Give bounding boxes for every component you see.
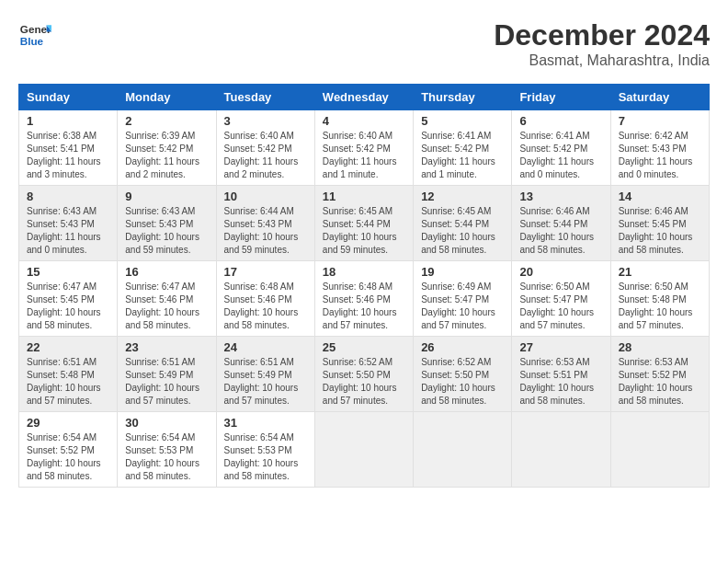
logo-icon: General Blue [18, 18, 51, 52]
day-number: 7 [619, 114, 701, 128]
day-info: Sunrise: 6:38 AM Sunset: 5:41 PM Dayligh… [27, 130, 109, 181]
table-row: 2 Sunrise: 6:39 AM Sunset: 5:42 PM Dayli… [118, 110, 216, 186]
day-info: Sunrise: 6:42 AM Sunset: 5:43 PM Dayligh… [619, 130, 701, 181]
logo: General Blue [18, 18, 51, 52]
table-row [414, 412, 512, 488]
day-info: Sunrise: 6:44 AM Sunset: 5:43 PM Dayligh… [224, 205, 307, 257]
table-row: 31 Sunrise: 6:54 AM Sunset: 5:53 PM Dayl… [216, 412, 314, 488]
day-info: Sunrise: 6:53 AM Sunset: 5:52 PM Dayligh… [619, 356, 701, 408]
day-number: 3 [224, 114, 307, 128]
day-number: 30 [125, 416, 208, 430]
day-number: 10 [224, 190, 307, 203]
day-number: 24 [224, 340, 307, 354]
day-number: 20 [519, 265, 602, 279]
day-info: Sunrise: 6:48 AM Sunset: 5:46 PM Dayligh… [323, 281, 405, 332]
day-number: 26 [421, 340, 504, 354]
header-sunday: Sunday [19, 85, 118, 110]
table-row: 26 Sunrise: 6:52 AM Sunset: 5:50 PM Dayl… [414, 337, 512, 412]
day-number: 25 [323, 340, 405, 354]
day-info: Sunrise: 6:40 AM Sunset: 5:42 PM Dayligh… [323, 130, 405, 181]
table-row: 18 Sunrise: 6:48 AM Sunset: 5:46 PM Dayl… [314, 261, 413, 337]
table-row: 29 Sunrise: 6:54 AM Sunset: 5:52 PM Dayl… [19, 412, 118, 488]
day-info: Sunrise: 6:40 AM Sunset: 5:42 PM Dayligh… [224, 130, 307, 181]
calendar-week-row: 29 Sunrise: 6:54 AM Sunset: 5:52 PM Dayl… [19, 412, 710, 488]
day-info: Sunrise: 6:51 AM Sunset: 5:49 PM Dayligh… [125, 356, 208, 408]
day-info: Sunrise: 6:48 AM Sunset: 5:46 PM Dayligh… [224, 281, 307, 332]
table-row: 27 Sunrise: 6:53 AM Sunset: 5:51 PM Dayl… [512, 337, 610, 412]
table-row: 6 Sunrise: 6:41 AM Sunset: 5:42 PM Dayli… [512, 110, 610, 186]
table-row: 9 Sunrise: 6:43 AM Sunset: 5:43 PM Dayli… [118, 186, 216, 261]
table-row: 17 Sunrise: 6:48 AM Sunset: 5:46 PM Dayl… [216, 261, 314, 337]
day-number: 19 [421, 265, 504, 279]
day-info: Sunrise: 6:43 AM Sunset: 5:43 PM Dayligh… [27, 205, 109, 257]
day-number: 15 [27, 265, 109, 279]
table-row: 19 Sunrise: 6:49 AM Sunset: 5:47 PM Dayl… [414, 261, 512, 337]
table-row: 25 Sunrise: 6:52 AM Sunset: 5:50 PM Dayl… [314, 337, 413, 412]
day-number: 5 [421, 114, 504, 128]
header-wednesday: Wednesday [314, 85, 413, 110]
day-number: 16 [125, 265, 208, 279]
table-row: 22 Sunrise: 6:51 AM Sunset: 5:48 PM Dayl… [19, 337, 118, 412]
day-info: Sunrise: 6:53 AM Sunset: 5:51 PM Dayligh… [519, 356, 602, 408]
day-info: Sunrise: 6:46 AM Sunset: 5:45 PM Dayligh… [619, 205, 701, 257]
day-info: Sunrise: 6:41 AM Sunset: 5:42 PM Dayligh… [519, 130, 602, 181]
table-row: 28 Sunrise: 6:53 AM Sunset: 5:52 PM Dayl… [610, 337, 709, 412]
day-number: 23 [125, 340, 208, 354]
table-row: 11 Sunrise: 6:45 AM Sunset: 5:44 PM Dayl… [314, 186, 413, 261]
title-block: December 2024 Basmat, Maharashtra, India [494, 18, 710, 69]
table-row: 7 Sunrise: 6:42 AM Sunset: 5:43 PM Dayli… [610, 110, 709, 186]
day-number: 1 [27, 114, 109, 128]
day-info: Sunrise: 6:45 AM Sunset: 5:44 PM Dayligh… [323, 205, 405, 257]
day-info: Sunrise: 6:52 AM Sunset: 5:50 PM Dayligh… [323, 356, 405, 408]
day-number: 9 [125, 190, 208, 203]
header-saturday: Saturday [610, 85, 709, 110]
day-info: Sunrise: 6:54 AM Sunset: 5:53 PM Dayligh… [224, 431, 307, 483]
day-number: 29 [27, 416, 109, 430]
table-row: 12 Sunrise: 6:45 AM Sunset: 5:44 PM Dayl… [414, 186, 512, 261]
svg-text:Blue: Blue [20, 35, 44, 47]
calendar-week-row: 1 Sunrise: 6:38 AM Sunset: 5:41 PM Dayli… [19, 110, 710, 186]
day-number: 6 [519, 114, 602, 128]
day-number: 27 [519, 340, 602, 354]
header-tuesday: Tuesday [216, 85, 314, 110]
day-info: Sunrise: 6:50 AM Sunset: 5:47 PM Dayligh… [519, 281, 602, 332]
table-row: 8 Sunrise: 6:43 AM Sunset: 5:43 PM Dayli… [19, 186, 118, 261]
day-info: Sunrise: 6:39 AM Sunset: 5:42 PM Dayligh… [125, 130, 208, 181]
table-row: 13 Sunrise: 6:46 AM Sunset: 5:44 PM Dayl… [512, 186, 610, 261]
table-row: 20 Sunrise: 6:50 AM Sunset: 5:47 PM Dayl… [512, 261, 610, 337]
table-row: 14 Sunrise: 6:46 AM Sunset: 5:45 PM Dayl… [610, 186, 709, 261]
calendar-week-row: 22 Sunrise: 6:51 AM Sunset: 5:48 PM Dayl… [19, 337, 710, 412]
day-number: 4 [323, 114, 405, 128]
page-title: December 2024 [494, 18, 710, 52]
day-number: 12 [421, 190, 504, 203]
day-info: Sunrise: 6:51 AM Sunset: 5:48 PM Dayligh… [27, 356, 109, 408]
table-row: 15 Sunrise: 6:47 AM Sunset: 5:45 PM Dayl… [19, 261, 118, 337]
day-number: 13 [519, 190, 602, 203]
table-row [314, 412, 413, 488]
table-row: 23 Sunrise: 6:51 AM Sunset: 5:49 PM Dayl… [118, 337, 216, 412]
day-info: Sunrise: 6:54 AM Sunset: 5:52 PM Dayligh… [27, 431, 109, 483]
day-number: 22 [27, 340, 109, 354]
day-number: 18 [323, 265, 405, 279]
day-info: Sunrise: 6:54 AM Sunset: 5:53 PM Dayligh… [125, 431, 208, 483]
table-row: 1 Sunrise: 6:38 AM Sunset: 5:41 PM Dayli… [19, 110, 118, 186]
day-number: 14 [619, 190, 701, 203]
table-row [610, 412, 709, 488]
table-row: 30 Sunrise: 6:54 AM Sunset: 5:53 PM Dayl… [118, 412, 216, 488]
page-subtitle: Basmat, Maharashtra, India [494, 52, 710, 69]
table-row: 10 Sunrise: 6:44 AM Sunset: 5:43 PM Dayl… [216, 186, 314, 261]
header-monday: Monday [118, 85, 216, 110]
day-number: 8 [27, 190, 109, 203]
table-row: 16 Sunrise: 6:47 AM Sunset: 5:46 PM Dayl… [118, 261, 216, 337]
day-number: 28 [619, 340, 701, 354]
table-row: 21 Sunrise: 6:50 AM Sunset: 5:48 PM Dayl… [610, 261, 709, 337]
day-number: 11 [323, 190, 405, 203]
day-number: 21 [619, 265, 701, 279]
header-thursday: Thursday [414, 85, 512, 110]
day-number: 31 [224, 416, 307, 430]
header-friday: Friday [512, 85, 610, 110]
calendar-week-row: 15 Sunrise: 6:47 AM Sunset: 5:45 PM Dayl… [19, 261, 710, 337]
day-info: Sunrise: 6:41 AM Sunset: 5:42 PM Dayligh… [421, 130, 504, 181]
table-row: 4 Sunrise: 6:40 AM Sunset: 5:42 PM Dayli… [314, 110, 413, 186]
day-number: 17 [224, 265, 307, 279]
